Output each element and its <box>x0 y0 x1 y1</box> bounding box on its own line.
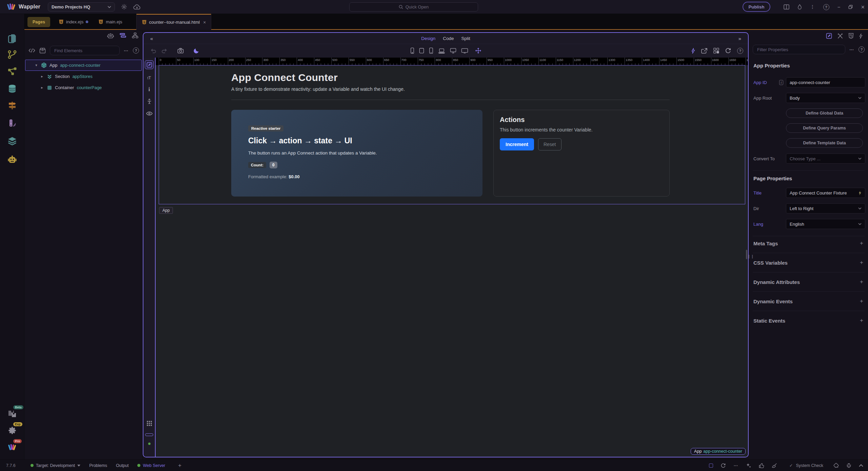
dynamic-attributes-section[interactable]: Dynamic Attributes + <box>753 279 863 285</box>
export-button[interactable] <box>701 48 708 54</box>
reset-button[interactable]: Reset <box>538 138 561 150</box>
chevron-down-icon[interactable]: ▾ <box>34 63 38 67</box>
tab-split[interactable]: Split <box>461 36 470 41</box>
output-button[interactable]: Output <box>116 463 129 468</box>
split-view-button[interactable] <box>784 4 789 9</box>
quick-open-search[interactable]: Quick Open <box>349 2 478 12</box>
project-selector[interactable]: Demo Projects HQ <box>48 2 115 12</box>
add-icon[interactable]: + <box>860 240 863 247</box>
device-desktop-button[interactable] <box>450 48 456 54</box>
publish-button[interactable]: Publish <box>743 2 770 12</box>
grid-toggle-button[interactable] <box>145 419 154 428</box>
hscroll-indicator[interactable] <box>145 430 154 439</box>
design-help-button[interactable]: ? <box>737 48 743 54</box>
bug-report-button[interactable] <box>846 463 851 468</box>
filter-properties-input[interactable]: Filter Properties <box>753 45 845 54</box>
free-resize-button[interactable] <box>475 47 481 54</box>
chevron-right-icon[interactable]: ▸ <box>40 74 44 79</box>
meta-tags-section[interactable]: Meta Tags + <box>753 240 863 247</box>
feedback-button[interactable] <box>759 463 764 468</box>
cloud-sync-button[interactable] <box>133 4 141 10</box>
device-monitor-button[interactable] <box>461 48 468 54</box>
add-icon[interactable]: + <box>860 259 863 266</box>
components-grid-button[interactable] <box>713 48 719 54</box>
add-panel-button[interactable]: + <box>178 462 181 469</box>
theme-button[interactable] <box>797 4 802 10</box>
hero-card[interactable]: Reactive starter Click → action → state … <box>231 110 482 197</box>
clear-button[interactable] <box>833 463 839 468</box>
stop-button[interactable] <box>709 464 713 468</box>
cleanup-button[interactable] <box>772 463 777 468</box>
app-root-select[interactable]: Body <box>786 93 865 103</box>
more-options-button[interactable]: ⋯ <box>733 463 738 468</box>
bolt-icon[interactable] <box>858 190 862 196</box>
window-restore-button[interactable] <box>848 5 853 9</box>
design-canvas[interactable]: App App Connect Counter A tiny fixture t… <box>156 65 748 457</box>
ai-panel-button[interactable] <box>6 153 18 165</box>
app-id-input[interactable]: app-connect-counter <box>786 77 865 87</box>
tree-row-section[interactable]: ▸ Section appStores <box>24 71 142 82</box>
routes-panel-button[interactable] <box>6 100 18 111</box>
tree-row-app[interactable]: ▾ App app-connect-counter <box>25 60 142 71</box>
tab-close-icon[interactable]: × <box>203 20 206 25</box>
pro-panel-button[interactable]: Pro <box>6 442 18 453</box>
dom-tree-button[interactable] <box>132 33 138 38</box>
panel-help-button[interactable]: ? <box>133 47 139 54</box>
edit-mode-button[interactable] <box>145 60 154 69</box>
tab-main-ejs[interactable]: 5 main.ejs <box>93 14 127 30</box>
increment-button[interactable]: Increment <box>500 138 534 150</box>
convert-to-select[interactable]: Choose Type ... <box>786 153 865 164</box>
info-icon[interactable]: i <box>779 80 783 85</box>
dynamic-events-section[interactable]: Dynamic Events + <box>753 298 863 305</box>
project-settings-button[interactable] <box>121 4 127 10</box>
css-variables-section[interactable]: CSS Variables + <box>753 259 863 266</box>
add-icon[interactable]: + <box>860 279 863 285</box>
git-panel-button[interactable] <box>6 49 18 60</box>
components-button[interactable] <box>39 47 46 54</box>
device-phone-button[interactable] <box>410 47 414 54</box>
ai-actions-button[interactable] <box>746 463 751 468</box>
define-query-params-button[interactable]: Define Query Params <box>786 123 863 133</box>
info-mode-button[interactable]: i <box>145 85 154 94</box>
ai-assistant-button[interactable] <box>107 33 114 38</box>
tab-index-ejs[interactable]: 5 index.ejs <box>54 14 93 30</box>
page-title[interactable]: App Connect Counter <box>231 72 670 83</box>
code-view-button[interactable] <box>28 48 35 53</box>
tab-code[interactable]: Code <box>443 36 454 41</box>
structure-list-button[interactable] <box>120 33 126 38</box>
actions-card[interactable]: Actions This button increments the count… <box>493 110 670 197</box>
tab-counter-tour-manual[interactable]: 5 counter--tour-manual.html × <box>136 14 212 30</box>
tab-design[interactable]: Design <box>421 36 435 41</box>
device-phablet-button[interactable] <box>429 47 433 54</box>
problems-button[interactable]: Problems <box>89 463 107 468</box>
dynamic-data-button[interactable] <box>691 48 695 54</box>
window-minimize-button[interactable]: − <box>837 4 841 9</box>
api-panel-button[interactable] <box>6 65 18 77</box>
kebab-menu-button[interactable]: ⋯ <box>810 5 815 9</box>
collapse-statusbar-button[interactable] <box>859 464 863 467</box>
more-options-button[interactable]: ⋯ <box>124 48 129 53</box>
text-scale-button[interactable]: tT <box>145 73 154 82</box>
title-input[interactable]: App Connect Counter Fixture <box>786 188 865 198</box>
properties-help-button[interactable]: ? <box>859 46 865 53</box>
element-breadcrumb-badge[interactable]: App app-connect-counter <box>691 448 746 455</box>
help-button[interactable]: ? <box>823 4 829 10</box>
panel-resize-grip[interactable]: ❙❙ <box>747 254 754 259</box>
web-server-button[interactable]: Web Server <box>137 463 165 468</box>
lang-select[interactable]: English <box>786 219 865 229</box>
system-check-button[interactable]: ✓ System Check <box>789 463 823 468</box>
pages-panel-button[interactable] <box>6 33 18 44</box>
define-global-data-button[interactable]: Define Global Data <box>786 108 863 118</box>
tree-row-container[interactable]: ▸ Container counterPage <box>24 82 142 93</box>
target-selector[interactable]: Target: Development <box>31 463 80 468</box>
accessibility-button[interactable] <box>145 97 154 106</box>
add-icon[interactable]: + <box>860 298 863 305</box>
dynamic-data-button[interactable] <box>859 33 863 39</box>
static-events-section[interactable]: Static Events + <box>753 317 863 324</box>
device-laptop-button[interactable] <box>438 48 445 54</box>
design-tools-button[interactable] <box>837 33 843 39</box>
more-options-button[interactable]: ⋯ <box>849 47 854 52</box>
experimental-panel-button[interactable]: Exp <box>6 425 18 436</box>
preview-button[interactable] <box>145 109 154 118</box>
page-subtitle[interactable]: A tiny fixture to demonstrate reactivity… <box>231 86 670 92</box>
